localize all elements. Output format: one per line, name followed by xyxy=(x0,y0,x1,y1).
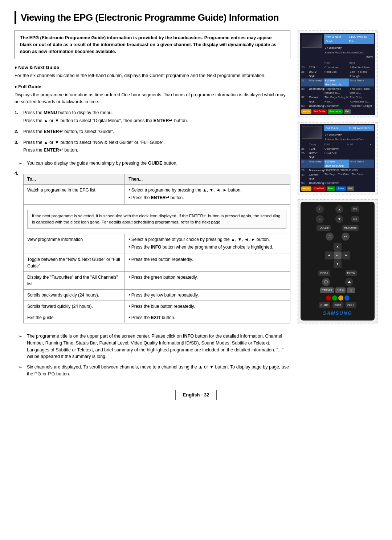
remote-red-btn[interactable] xyxy=(326,295,331,301)
step-1-line-1: Press the MENU button to display the men… xyxy=(23,109,290,116)
remote-info-icon-row: ⓘ ⏏ xyxy=(303,278,372,286)
remote-info-exit-row: INFO⊕ EXIT⊕ xyxy=(303,270,372,276)
remote-control: + ▲ E① − ▼ E② TOOLS⊕ xyxy=(301,202,375,320)
full-guide-title-bar: Full Guide 11:20 Wed 18 Feb xyxy=(324,125,374,131)
table-cell-exit-right: • Press the EXIT button. xyxy=(125,312,290,323)
remote-top-row: + ▲ E① xyxy=(303,205,372,213)
remote-nav-left[interactable]: ◄ xyxy=(325,251,333,259)
remote-green-btn[interactable] xyxy=(332,295,337,301)
remote-nav-enter[interactable]: ↵ xyxy=(334,251,342,259)
watch-btn-2: Watch xyxy=(301,186,311,191)
remote-color-buttons xyxy=(303,295,372,301)
table-cell-viewinfo-right: • Select a programme of your choice by p… xyxy=(125,234,290,254)
remote-btn-e1[interactable]: E① xyxy=(351,206,359,212)
step-3-line-1: Press the ▲ or ▼ button to select "Now &… xyxy=(23,139,290,146)
remote-info-btn[interactable]: INFO⊕ xyxy=(318,270,330,276)
page-container: Viewing the EPG (Electronic Programme Gu… xyxy=(15,11,377,400)
full-guide-screen-inner: Full Guide 11:20 Wed 18 Feb 37 Discovery… xyxy=(300,124,375,192)
remote-subt-btn[interactable]: SUBT. xyxy=(332,302,343,308)
intro-text: The EPG (Electronic Programme Guide) inf… xyxy=(20,35,276,54)
full-guide-footer-btns: Watch NowNext Favs 24Hrs Exit xyxy=(301,186,374,191)
table-cell-toggle-right: • Press the red button repeatedly. xyxy=(125,254,290,272)
remote-btn-minus[interactable]: − xyxy=(316,215,324,223)
remote-btn-return2[interactable]: ↩ xyxy=(342,233,350,241)
remote-bottom-row: GUIDE SUBT. CHL⊙ xyxy=(303,302,372,308)
remote-exit-icon[interactable]: ⏏ xyxy=(345,278,353,286)
remote-btn-e2[interactable]: E② xyxy=(351,216,359,222)
full-screen-row-53: 53 Boomerang Countdown xyxy=(301,181,374,185)
full-guide-prog-title: Extreme Machines Armoured Cars xyxy=(324,137,374,142)
remote-nav-down[interactable]: ▼ xyxy=(334,260,342,268)
remote-info-icon[interactable]: ⓘ xyxy=(322,278,330,286)
table-col2-header: Then... xyxy=(125,174,290,184)
step-2-content: Press the ENTER↵ button, to select "Guid… xyxy=(23,128,290,136)
bottom-note-2: Six channels are displayed. To scroll be… xyxy=(15,364,290,378)
screen-row-53: 53 Boomerang Countdown Inspector Gadget xyxy=(301,104,374,108)
table-row: Scrolls backwards quickly (24 hours). • … xyxy=(24,290,290,301)
screen-row-32: 32 Cartoon Nick The Bugs Being & Rais...… xyxy=(301,95,374,103)
bottom-note-2-text: Six channels are displayed. To scroll be… xyxy=(27,364,290,378)
full-guide-header: Full Guide xyxy=(15,84,290,90)
remote-btn-down[interactable]: ▼ xyxy=(335,215,343,223)
full-screen-row-25: 25 TCN Countdown xyxy=(301,147,374,151)
step-2: Press the ENTER↵ button, to select "Guid… xyxy=(15,128,290,136)
table-cell-fwd-right: • Press the blue button repeatedly. xyxy=(125,301,290,312)
remote-channel-row: TTX/MIX 111① ◎ xyxy=(303,287,372,293)
table-cell-fwd-left: Scrolls forward quickly (24 hours). xyxy=(24,301,125,312)
remote-chl-btn[interactable]: CHL⊙ xyxy=(346,302,356,308)
remote-nav-cross: ▲ ◄ ↵ ► ▼ xyxy=(325,243,350,268)
step-3-line-2: Press the ENTER↵ button. xyxy=(23,147,290,154)
remote-btn-plus[interactable]: + xyxy=(316,205,324,213)
step-3-content: Press the ▲ or ▼ button to select "Now &… xyxy=(23,139,290,155)
screen-row-26: 26 UKTV Style Hard Sell Saw This and Tho… xyxy=(301,70,374,78)
step-1: Press the MENU button to display the men… xyxy=(15,109,290,125)
samsung-logo: SAMSUNG xyxy=(303,310,372,317)
footer: English - 32 xyxy=(15,390,377,400)
screen-thumbnail xyxy=(302,35,322,48)
scheduling-note-text: If the next programme is selected, it is… xyxy=(32,214,280,224)
table-row: Toggle between the "Now & Next Guide" or… xyxy=(24,254,290,272)
bottom-note-1: The programme title is on the upper part… xyxy=(15,333,290,360)
remote-yellow-btn[interactable] xyxy=(338,295,343,301)
table-row: Scrolls forward quickly (24 hours). • Pr… xyxy=(24,301,290,312)
now-next-desc: For the six channels indicated in the le… xyxy=(15,72,290,79)
remote-nav-up[interactable]: ▲ xyxy=(334,243,342,251)
main-content: The EPG (Electronic Programme Guide) inf… xyxy=(15,31,377,381)
watch-btn: Watch xyxy=(301,109,311,114)
now-next-screen-inner: Now & Next Guide 11:20 Wed 18 Feb 37 Dis… xyxy=(300,33,375,115)
favourites-btn: Favourites xyxy=(328,109,343,114)
scheduling-note: If the next programme is selected, it is… xyxy=(27,210,286,229)
full-screen-row-26: 26 UKTV Style Hard Sell xyxy=(301,151,374,159)
table-row: Display the "Favourites" and the "All Ch… xyxy=(24,272,290,290)
remote-icons-row: 🎵 ↩ xyxy=(303,233,372,241)
remote-return-btn[interactable]: RETURN⊕ xyxy=(342,225,359,231)
nownext-btn: NowNext xyxy=(313,186,326,191)
remote-blue-btn[interactable] xyxy=(344,295,350,301)
screen-row-28: 28 Boomerang Programmes resume at... Thi… xyxy=(301,87,374,95)
remote-guide-btn[interactable]: GUIDE xyxy=(319,302,330,308)
remote-btn-up[interactable]: ▲ xyxy=(335,205,343,213)
intro-box: The EPG (Electronic Programme Guide) inf… xyxy=(15,31,290,59)
full-guide-desc: Displays the programme information as ti… xyxy=(15,92,290,105)
remote-exit-btn[interactable]: EXIT⊕ xyxy=(346,270,357,276)
screen-thumbnail-2 xyxy=(302,126,322,139)
remote-nav-right[interactable]: ► xyxy=(342,251,350,259)
remote-tools-btn[interactable]: TOOLS⊕ xyxy=(317,225,331,231)
step-4-wrapper: To... Then... Watch a programme in the E… xyxy=(15,170,290,327)
table-row: Watch a programme in the EPG list • Sele… xyxy=(24,184,290,204)
screen-row-25: 25 TCN Countdown A Patch of Blue xyxy=(301,65,374,69)
table-cell-back-right: • Press the yellow button repeatedly. xyxy=(125,290,290,301)
remote-ttxmix-btn[interactable]: TTX/MIX xyxy=(320,287,334,293)
table-cell-back-left: Scrolls backwards quickly (24 hours). xyxy=(24,290,125,301)
step-1-content: Press the MENU button to display the men… xyxy=(23,109,290,125)
full-screen-row-32: 32 Cartoon Nick The Bugs... The Grim... … xyxy=(301,173,374,181)
now-next-footer-btns: Watch Full Guide Favourites Exit xyxy=(301,109,374,114)
remote-misc-btn[interactable]: ◎ xyxy=(347,287,355,293)
col-headers: Now Next xyxy=(301,61,374,65)
full-guide-btn: Full Guide xyxy=(313,109,327,114)
remote-btn-camera[interactable]: 🎵 xyxy=(326,233,334,241)
full-guide-prog: 37 Discovery xyxy=(324,132,374,137)
remote-minus-row: − ▼ E② xyxy=(303,215,372,223)
remote-num-btn[interactable]: 111① xyxy=(335,287,346,293)
info-label: INFO xyxy=(324,55,374,60)
